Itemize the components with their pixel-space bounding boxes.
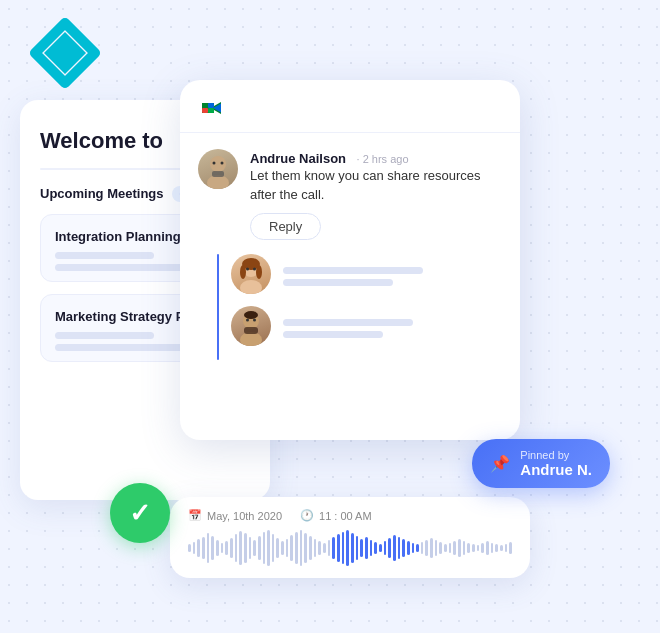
waveform-bar <box>500 545 503 551</box>
svg-point-17 <box>256 265 262 279</box>
waveform-bar <box>374 542 377 554</box>
waveform-bar <box>421 542 424 554</box>
skeleton-line <box>55 252 154 259</box>
waveform-bar <box>393 535 396 561</box>
waveform-bar <box>430 538 433 558</box>
reply-avatar-2 <box>231 306 271 346</box>
waveform-bar <box>225 541 228 555</box>
audio-waveform[interactable] <box>188 530 512 566</box>
message-content: Andrue Nailson · 2 hrs ago Let them know… <box>250 149 502 240</box>
waveform-bar <box>239 531 242 565</box>
waveform-bar <box>495 544 498 552</box>
waveform-bar <box>332 537 335 559</box>
replies-list <box>231 254 502 360</box>
waveform-bar <box>309 536 312 560</box>
svg-rect-6 <box>202 108 208 113</box>
pinned-by-label: Pinned by <box>520 449 592 461</box>
reply-avatar-1 <box>231 254 271 294</box>
waveform-bar <box>281 541 284 555</box>
waveform-bar <box>439 542 442 554</box>
chat-body: Andrue Nailson · 2 hrs ago Let them know… <box>180 133 520 376</box>
waveform-bar <box>221 543 224 553</box>
check-icon: ✓ <box>129 498 151 529</box>
waveform-bar <box>253 540 256 556</box>
audio-time: 🕐 11 : 00 AM <box>300 509 372 522</box>
svg-point-12 <box>221 162 224 165</box>
clock-icon: 🕐 <box>300 509 314 522</box>
waveform-bar <box>300 530 303 566</box>
waveform-bar <box>491 543 494 553</box>
waveform-bar <box>258 536 261 560</box>
svg-rect-7 <box>208 108 214 113</box>
waveform-bar <box>407 541 410 555</box>
waveform-bar <box>398 537 401 559</box>
waveform-bar <box>365 537 368 559</box>
waveform-bar <box>486 541 489 555</box>
waveform-bar <box>458 539 461 557</box>
skeleton-line <box>283 331 383 338</box>
author-avatar <box>198 149 238 189</box>
waveform-bar <box>463 541 466 555</box>
skeleton-line <box>55 344 190 351</box>
message-text: Let them know you can share resources af… <box>250 167 502 205</box>
waveform-bar <box>276 538 279 558</box>
waveform-bar <box>290 535 293 561</box>
svg-rect-22 <box>244 327 258 334</box>
waveform-bar <box>379 544 382 552</box>
waveform-bar <box>193 542 196 554</box>
reply-rows <box>198 254 502 360</box>
waveform-bar <box>356 536 359 560</box>
reply-button[interactable]: Reply <box>250 213 321 240</box>
waveform-bar <box>444 544 447 552</box>
waveform-bar <box>202 537 205 559</box>
svg-point-18 <box>246 267 249 270</box>
logo-container <box>30 18 100 92</box>
waveform-bar <box>272 534 275 562</box>
svg-rect-5 <box>208 103 214 108</box>
waveform-bar <box>328 540 331 556</box>
waveform-bar <box>197 539 200 557</box>
waveform-bar <box>235 534 238 562</box>
svg-point-14 <box>240 280 262 294</box>
reply-row-2 <box>231 306 502 346</box>
waveform-bar <box>412 543 415 553</box>
waveform-bar <box>304 533 307 563</box>
logo-icon <box>30 18 100 88</box>
audio-card: 📅 May, 10th 2020 🕐 11 : 00 AM <box>170 497 530 578</box>
waveform-bar <box>230 538 233 558</box>
skeleton-line <box>283 319 413 326</box>
waveform-bar <box>286 539 289 557</box>
waveform-bar <box>318 541 321 555</box>
waveform-bar <box>477 545 480 551</box>
waveform-bar <box>435 540 438 556</box>
green-check-indicator: ✓ <box>110 483 170 543</box>
waveform-bar <box>505 544 508 552</box>
skeleton-line <box>283 267 423 274</box>
google-meet-icon <box>198 94 226 122</box>
waveform-bar <box>370 540 373 556</box>
pin-icon: 📌 <box>490 454 510 473</box>
waveform-bar <box>244 533 247 563</box>
waveform-bar <box>295 532 298 564</box>
svg-point-19 <box>253 267 256 270</box>
reply-2-skeleton <box>283 306 413 346</box>
waveform-bar <box>216 540 219 556</box>
waveform-bar <box>425 540 428 556</box>
svg-rect-10 <box>212 171 224 177</box>
pinned-text-container: Pinned by Andrue N. <box>520 449 592 478</box>
waveform-bar <box>249 537 252 559</box>
reply-1-skeleton <box>283 254 423 294</box>
chat-header <box>180 80 520 133</box>
chat-card: Andrue Nailson · 2 hrs ago Let them know… <box>180 80 520 440</box>
audio-meta: 📅 May, 10th 2020 🕐 11 : 00 AM <box>188 509 512 522</box>
thread-divider <box>217 254 219 360</box>
svg-point-21 <box>240 332 262 346</box>
waveform-bar <box>384 541 387 555</box>
message-time: · 2 hrs ago <box>357 153 409 165</box>
waveform-bar <box>388 538 391 558</box>
svg-rect-4 <box>202 103 208 108</box>
waveform-bar <box>337 534 340 562</box>
waveform-bar <box>323 543 326 553</box>
message-author: Andrue Nailson <box>250 151 346 166</box>
skeleton-line <box>55 264 190 271</box>
